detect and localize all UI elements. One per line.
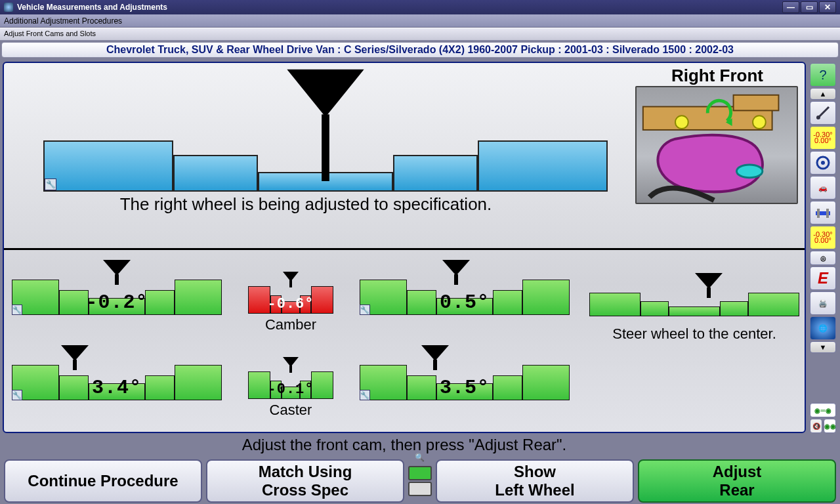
main-status-text: The right wheel is being adjusted to spe… — [4, 194, 608, 215]
minimize-button[interactable]: — — [782, 1, 799, 13]
label-caster: Caster — [248, 402, 333, 419]
svg-point-23 — [816, 116, 820, 119]
svg-rect-27 — [817, 209, 820, 218]
right-toolbar: ? ▲ -0.30°0.00° 🚗 -0.30°0.00° ◎ E 🖨️ 🌐 ▼… — [808, 62, 837, 433]
tool-alignment-icon[interactable] — [810, 201, 836, 224]
gauge-steering — [589, 293, 799, 316]
main-gauge: 🔧 — [43, 70, 608, 194]
magnify-icon: 🔍 — [415, 453, 424, 462]
main-gauge-indicator-arrow — [280, 66, 371, 181]
steer-instruction: Steer wheel to the center. — [583, 326, 806, 343]
svg-rect-1 — [322, 114, 329, 181]
scroll-up-icon[interactable]: ▲ — [810, 88, 836, 100]
gauge-left-camber: 🔧 -0.2° — [12, 280, 222, 315]
maximize-button[interactable]: ▭ — [801, 1, 818, 13]
illustration-panel: Right Front — [635, 66, 799, 204]
svg-marker-8 — [103, 260, 131, 276]
window-title: Vehicle Measurements and Adjustments — [17, 3, 167, 12]
svg-marker-20 — [421, 345, 449, 361]
svg-marker-14 — [695, 273, 723, 289]
work-area: 🔧 The right wheel is being adjusted to s… — [3, 62, 806, 433]
tool-steering-icon[interactable] — [810, 151, 836, 175]
gauge-cross-camber: -0.6° Camber — [248, 286, 333, 333]
tool-express-icon[interactable]: E — [810, 266, 836, 290]
value-left-caster: 3.4° — [12, 377, 222, 399]
value-right-camber: 0.5° — [360, 291, 570, 314]
menu-bar[interactable]: Additional Adjustment Procedures — [0, 14, 840, 28]
sensor-status-rear-icon[interactable]: ◉◉ — [824, 419, 836, 433]
adjust-rear-button[interactable]: AdjustRear — [638, 459, 836, 503]
instruction-text: Adjust the front cam, then press "Adjust… — [3, 436, 806, 455]
continue-procedure-button[interactable]: Continue Procedure — [4, 459, 202, 503]
menu-item-adjustment[interactable]: Additional Adjustment Procedures — [4, 16, 122, 26]
sensor-status-front-icon[interactable]: ◉═◉ — [810, 403, 836, 417]
window-titlebar: Vehicle Measurements and Adjustments — ▭… — [0, 0, 840, 14]
suspension-illustration — [635, 86, 798, 204]
label-camber: Camber — [248, 316, 333, 333]
tool-spec-values-1[interactable]: -0.30°0.00° — [810, 126, 836, 150]
svg-rect-28 — [826, 209, 829, 218]
svg-marker-0 — [287, 70, 364, 117]
toggle-on[interactable] — [408, 466, 432, 480]
svg-rect-3 — [734, 95, 779, 111]
mute-icon[interactable]: 🔇 — [810, 419, 822, 433]
help-icon[interactable]: ? — [810, 63, 836, 87]
svg-marker-18 — [283, 357, 299, 367]
svg-point-25 — [821, 161, 825, 165]
value-cross-caster: -0.1° — [248, 381, 333, 398]
svg-point-5 — [675, 116, 688, 129]
value-cross-camber: -0.6° — [248, 296, 333, 312]
tool-target-icon[interactable]: ◎ — [810, 251, 836, 265]
action-button-bar: Continue Procedure Match UsingCross Spec… — [4, 459, 836, 503]
svg-marker-10 — [283, 272, 299, 282]
tool-measure-icon[interactable] — [810, 101, 836, 125]
vehicle-description: Chevrolet Truck, SUV & Rear Wheel Drive … — [1, 42, 839, 58]
svg-point-6 — [753, 116, 766, 129]
tool-vehicle-red-icon[interactable]: 🚗 — [810, 176, 836, 200]
toggle-off[interactable] — [408, 482, 432, 496]
submenu-label: Adjust Front Cams and Slots — [4, 30, 96, 37]
gauge-left-caster: 🔧 3.4° — [12, 365, 222, 400]
section-divider — [4, 248, 805, 250]
tool-globe-icon[interactable]: 🌐 — [810, 316, 836, 340]
wrench-icon[interactable]: 🔧 — [45, 178, 56, 190]
gauge-right-camber: 🔧 0.5° — [360, 280, 570, 315]
scroll-down-icon[interactable]: ▼ — [810, 341, 836, 353]
svg-marker-12 — [442, 260, 470, 276]
value-right-caster: 3.5° — [360, 377, 570, 399]
show-left-wheel-button[interactable]: ShowLeft Wheel — [436, 459, 634, 503]
value-left-camber: -0.2° — [12, 291, 222, 314]
readings-grid: 🔧 -0.2° -0.6° — [12, 260, 797, 427]
tool-print-icon[interactable]: 🖨️ — [810, 291, 836, 315]
spec-toggle[interactable]: 🔍 — [408, 459, 432, 503]
svg-point-4 — [736, 165, 762, 178]
submenu-bar: Adjust Front Cams and Slots — [0, 28, 840, 41]
gauge-cross-caster: -0.1° Caster — [248, 371, 333, 419]
gauge-right-caster: 🔧 3.5° — [360, 365, 570, 400]
illustration-title: Right Front — [635, 66, 799, 86]
match-cross-spec-button[interactable]: Match UsingCross Spec — [206, 459, 404, 503]
tool-spec-values-2[interactable]: -0.30°0.00° — [810, 226, 836, 249]
svg-marker-16 — [61, 345, 89, 361]
close-button[interactable]: ✕ — [819, 1, 836, 13]
app-icon — [4, 3, 13, 12]
